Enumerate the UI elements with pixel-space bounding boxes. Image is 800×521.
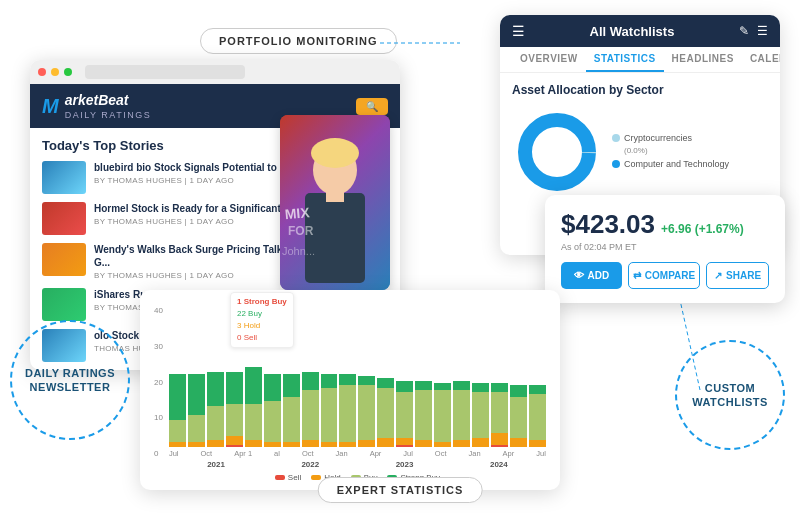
x-label-jul2: Jul bbox=[403, 449, 413, 458]
watchlist-topbar: ☰ All Watchlists ✎ ☰ bbox=[500, 15, 780, 47]
bar-segment bbox=[358, 440, 375, 447]
price-row: $423.03 +6.96 (+1.67%) bbox=[561, 209, 769, 240]
annotation-strong-buy: 1 Strong Buy bbox=[237, 296, 287, 308]
bar-segment bbox=[245, 404, 262, 441]
bar-segment bbox=[207, 440, 224, 447]
price-card: $423.03 +6.96 (+1.67%) As of 02:04 PM ET… bbox=[545, 195, 785, 303]
bar-segment bbox=[245, 367, 262, 404]
bar-segment bbox=[283, 397, 300, 443]
legend-label-tech: Computer and Technology bbox=[624, 159, 729, 169]
legend-item-tech: Computer and Technology bbox=[612, 159, 729, 169]
bar-segment bbox=[207, 406, 224, 440]
share-button[interactable]: ↗ SHARE bbox=[706, 262, 769, 289]
year-2022: 2022 bbox=[301, 460, 319, 469]
bar-group bbox=[339, 374, 356, 447]
donut-chart bbox=[512, 107, 602, 197]
bar-group bbox=[453, 381, 470, 447]
x-label-apr2: Apr bbox=[370, 449, 382, 458]
legend-dot-tech bbox=[612, 160, 620, 168]
person-overlay: MIX FOR John... bbox=[280, 115, 390, 290]
compare-button[interactable]: ⇄ COMPARE bbox=[628, 262, 700, 289]
bar-group bbox=[226, 372, 243, 447]
tab-headlines[interactable]: HEADLINES bbox=[664, 47, 742, 72]
hamburger-icon[interactable]: ☰ bbox=[512, 23, 525, 39]
logo-name: arketBeat bbox=[65, 92, 152, 108]
bar-segment bbox=[321, 374, 338, 388]
y-label-40: 40 bbox=[154, 306, 163, 315]
bar-segment bbox=[188, 374, 205, 415]
bar-group bbox=[377, 378, 394, 447]
bar-segment bbox=[491, 392, 508, 433]
bar-segment bbox=[207, 372, 224, 406]
bar-group bbox=[283, 374, 300, 447]
portfolio-monitoring-label: PORTFOLIO MONITORING bbox=[200, 28, 397, 54]
news-thumbnail bbox=[42, 243, 86, 276]
svg-point-5 bbox=[311, 138, 359, 168]
bar-segment bbox=[226, 372, 243, 404]
chart-panel: 40 30 20 10 0 1 Strong Buy 22 Buy 3 Hold… bbox=[140, 290, 560, 490]
bar-segment bbox=[415, 390, 432, 440]
bar-group bbox=[169, 374, 186, 447]
bar-segment bbox=[339, 385, 356, 442]
bar-segment bbox=[339, 374, 356, 385]
bar-segment bbox=[169, 374, 186, 420]
annotation-buy: 22 Buy bbox=[237, 308, 287, 320]
tab-calendar[interactable]: CALENDAR bbox=[742, 47, 780, 72]
legend-crypto-pct: (0.0%) bbox=[624, 146, 729, 155]
bar-segment bbox=[453, 390, 470, 440]
compare-label: COMPARE bbox=[645, 270, 695, 281]
edit-icon[interactable]: ✎ bbox=[739, 24, 749, 38]
settings-icon[interactable]: ☰ bbox=[757, 24, 768, 38]
bar-segment bbox=[321, 388, 338, 443]
bar-segment bbox=[415, 440, 432, 447]
y-label-30: 30 bbox=[154, 342, 163, 351]
person-silhouette: MIX FOR John... bbox=[280, 115, 390, 290]
browser-titlebar bbox=[30, 60, 400, 84]
price-time: As of 02:04 PM ET bbox=[561, 242, 769, 252]
x-label-oct: Oct bbox=[200, 449, 212, 458]
logo-subtitle: DAILY RATINGS bbox=[65, 110, 152, 120]
bar-segment bbox=[472, 383, 489, 392]
year-2021: 2021 bbox=[207, 460, 225, 469]
y-label-0: 0 bbox=[154, 449, 163, 458]
legend-hold-dot bbox=[311, 475, 321, 480]
bar-group bbox=[415, 381, 432, 447]
marketbeat-logo: M arketBeat DAILY RATINGS bbox=[42, 92, 151, 120]
custom-watchlists-circle: CUSTOMWATCHLISTS bbox=[675, 340, 785, 450]
share-label: SHARE bbox=[726, 270, 761, 281]
chart-annotation: 1 Strong Buy 22 Buy 3 Hold 0 Sell bbox=[230, 292, 294, 348]
address-bar bbox=[85, 65, 245, 79]
bar-segment bbox=[529, 394, 546, 440]
bar-group bbox=[396, 381, 413, 447]
chart-bars bbox=[169, 302, 546, 447]
bar-group bbox=[434, 383, 451, 447]
bar-group bbox=[302, 372, 319, 447]
allocation-title: Asset Allocation by Sector bbox=[512, 83, 768, 97]
legend-sell: Sell bbox=[275, 473, 301, 482]
bar-group bbox=[491, 383, 508, 447]
year-labels: 2021 2022 2023 2024 bbox=[169, 460, 546, 469]
x-label-jul3: Jul bbox=[536, 449, 546, 458]
tab-statistics[interactable]: STATISTICS bbox=[586, 47, 664, 72]
window-close-dot bbox=[38, 68, 46, 76]
x-label-al: al bbox=[274, 449, 280, 458]
y-label-10: 10 bbox=[154, 413, 163, 422]
add-button[interactable]: 👁 ADD bbox=[561, 262, 622, 289]
bar-segment bbox=[226, 436, 243, 445]
annotation-hold: 3 Hold bbox=[237, 320, 287, 332]
annotation-sell: 0 Sell bbox=[237, 332, 287, 344]
bar-segment bbox=[377, 438, 394, 447]
bar-segment bbox=[491, 433, 508, 444]
donut-chart-container: Cryptocurrencies (0.0%) Computer and Tec… bbox=[512, 107, 768, 197]
bar-segment bbox=[396, 381, 413, 392]
svg-text:John...: John... bbox=[282, 245, 315, 257]
tab-overview[interactable]: OVERVIEW bbox=[512, 47, 586, 72]
bar-segment bbox=[434, 390, 451, 443]
bar-segment bbox=[510, 385, 527, 396]
search-button[interactable]: 🔍 bbox=[356, 98, 388, 115]
bar-segment bbox=[396, 438, 413, 445]
bar-segment bbox=[188, 415, 205, 442]
bar-segment bbox=[415, 381, 432, 390]
bar-segment bbox=[302, 372, 319, 390]
custom-watchlists-label: CUSTOMWATCHLISTS bbox=[687, 376, 773, 415]
